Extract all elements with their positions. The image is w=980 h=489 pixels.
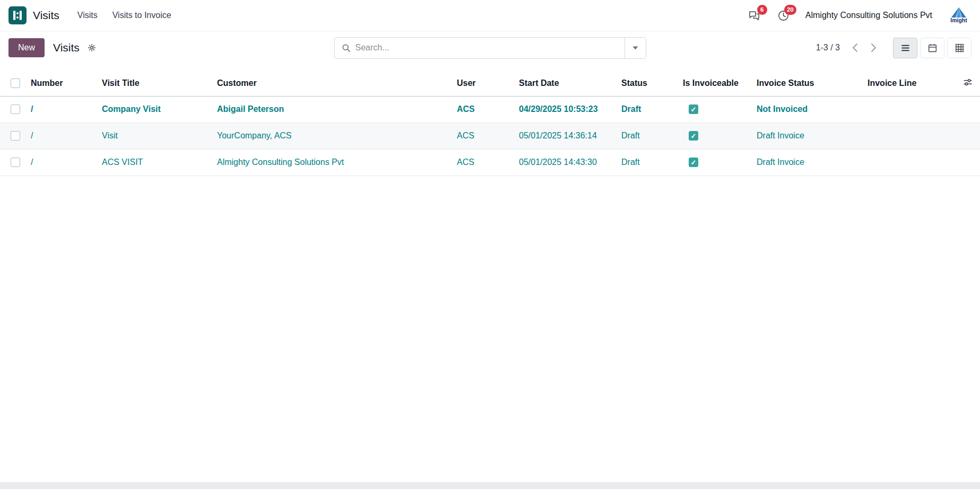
cell-status[interactable]: Draft (616, 149, 678, 176)
pivot-view-button[interactable] (947, 38, 972, 58)
cell-invoice-line[interactable] (862, 96, 955, 123)
cell-user[interactable]: ACS (452, 149, 514, 176)
optional-columns-button[interactable] (955, 71, 980, 96)
invoiceable-checkbox[interactable] (689, 158, 698, 167)
cell-invoice-status[interactable]: Draft Invoice (751, 149, 862, 176)
list-view: Number Visit Title Customer User Start D… (0, 71, 980, 176)
horizontal-scrollbar[interactable] (0, 482, 980, 489)
column-header-start-date[interactable]: Start Date (514, 71, 616, 96)
mountain-logo-icon (951, 7, 966, 18)
cell-invoice-status[interactable]: Not Invoiced (751, 96, 862, 123)
invoiceable-checkbox[interactable] (689, 131, 698, 141)
visits-table-body: / Company Visit Abigail Peterson ACS 04/… (0, 96, 980, 176)
actions-gear-icon[interactable] (86, 42, 98, 54)
cell-visit-title[interactable]: Visit (97, 123, 212, 149)
breadcrumb-title: Visits (53, 41, 80, 54)
cell-visit-title[interactable]: ACS VISIT (97, 149, 212, 176)
pager-range: 1-3 / 3 (816, 43, 840, 53)
pivot-view-icon (955, 43, 965, 53)
search-icon (335, 43, 355, 53)
cell-user[interactable]: ACS (452, 96, 514, 123)
view-switcher (893, 38, 972, 58)
cell-status[interactable]: Draft (616, 123, 678, 149)
column-header-number[interactable]: Number (25, 71, 97, 96)
cell-invoice-status[interactable]: Draft Invoice (751, 123, 862, 149)
logo-text: Imight (950, 17, 967, 23)
visits-table: Number Visit Title Customer User Start D… (0, 71, 980, 176)
top-navbar: Visits Visits Visits to Invoice 6 20 Alm… (0, 0, 980, 31)
column-header-invoice-line[interactable]: Invoice Line (862, 71, 955, 96)
control-panel: New Visits 1-3 / 3 (0, 31, 980, 64)
column-header-user[interactable]: User (452, 71, 514, 96)
cell-options-spacer (955, 96, 980, 123)
top-menu: Visits Visits to Invoice (63, 11, 171, 20)
pager-previous-button[interactable] (847, 40, 863, 55)
calendar-view-icon (927, 43, 938, 53)
cell-invoice-line[interactable] (862, 149, 955, 176)
messages-badge: 6 (757, 5, 767, 15)
cell-start-date[interactable]: 04/29/2025 10:53:23 (514, 96, 616, 123)
cell-number[interactable]: / (25, 96, 97, 123)
search-input[interactable] (355, 43, 625, 53)
search-bar[interactable] (334, 37, 646, 59)
cell-user[interactable]: ACS (452, 123, 514, 149)
column-header-visit-title[interactable]: Visit Title (97, 71, 212, 96)
table-header-row: Number Visit Title Customer User Start D… (0, 71, 980, 96)
search-dropdown-toggle[interactable] (625, 38, 646, 58)
caret-down-icon (632, 46, 638, 50)
list-view-icon (900, 43, 910, 53)
cell-status[interactable]: Draft (616, 96, 678, 123)
cell-invoice-line[interactable] (862, 123, 955, 149)
pager-next-button[interactable] (866, 40, 881, 55)
table-row[interactable]: / Visit YourCompany, ACS ACS 05/01/2025 … (0, 123, 980, 149)
app-icon-glyph (8, 6, 27, 24)
cell-start-date[interactable]: 05/01/2025 14:36:14 (514, 123, 616, 149)
calendar-view-button[interactable] (920, 38, 944, 58)
row-select-checkbox[interactable] (11, 158, 20, 167)
activities-button[interactable]: 20 (776, 8, 791, 23)
cell-options-spacer (955, 149, 980, 176)
cell-visit-title[interactable]: Company Visit (97, 96, 212, 123)
optional-columns-icon (963, 77, 973, 87)
invoiceable-checkbox[interactable] (689, 104, 698, 114)
column-header-is-invoiceable[interactable]: Is Invoiceable (678, 71, 751, 96)
table-row[interactable]: / Company Visit Abigail Peterson ACS 04/… (0, 96, 980, 123)
row-select-checkbox[interactable] (11, 131, 20, 141)
messages-button[interactable]: 6 (747, 8, 761, 23)
cell-options-spacer (955, 123, 980, 149)
cell-customer[interactable]: Almighty Consulting Solutions Pvt (212, 149, 452, 176)
app-icon[interactable] (8, 6, 27, 24)
cell-customer[interactable]: Abigail Peterson (212, 96, 452, 123)
row-select-checkbox[interactable] (11, 104, 20, 114)
menu-item-visits-to-invoice[interactable]: Visits to Invoice (112, 11, 171, 20)
chevron-right-icon (871, 43, 877, 53)
menu-item-visits[interactable]: Visits (77, 11, 98, 20)
column-header-customer[interactable]: Customer (212, 71, 452, 96)
column-header-invoice-status[interactable]: Invoice Status (751, 71, 862, 96)
select-all-checkbox[interactable] (11, 78, 20, 88)
app-title[interactable]: Visits (33, 9, 59, 22)
cell-start-date[interactable]: 05/01/2025 14:43:30 (514, 149, 616, 176)
cell-number[interactable]: / (25, 123, 97, 149)
company-logo[interactable]: Imight (947, 7, 970, 23)
table-row[interactable]: / ACS VISIT Almighty Consulting Solution… (0, 149, 980, 176)
new-button[interactable]: New (8, 38, 45, 57)
cell-customer[interactable]: YourCompany, ACS (212, 123, 452, 149)
list-view-button[interactable] (893, 38, 917, 58)
activities-badge: 20 (784, 5, 796, 15)
column-header-status[interactable]: Status (616, 71, 678, 96)
chevron-left-icon (852, 43, 858, 53)
cell-number[interactable]: / (25, 149, 97, 176)
company-name[interactable]: Almighty Consulting Solutions Pvt (805, 11, 932, 20)
